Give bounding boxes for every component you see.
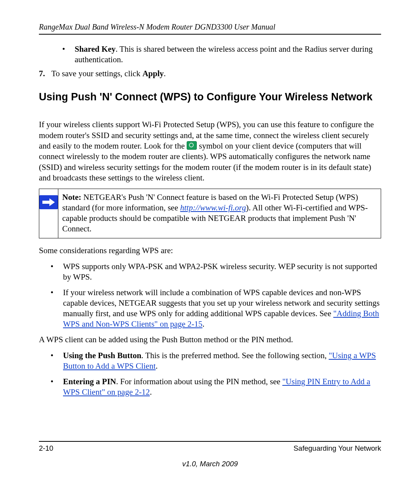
page: RangeMax Dual Band Wireless-N Modem Rout…	[0, 0, 420, 504]
running-header: RangeMax Dual Band Wireless-N Modem Rout…	[39, 23, 381, 32]
page-footer: 2-10 Safeguarding Your Network v1.0, Mar…	[39, 441, 381, 468]
method-push-label: Using the Push Button	[63, 351, 141, 360]
considerations-list: WPS supports only WPA-PSK and WPA2-PSK w…	[51, 261, 381, 330]
wifi-org-link[interactable]: http://www.wi-fi.org	[180, 203, 246, 212]
shared-key-item: Shared Key. This is shared between the w…	[62, 44, 381, 65]
section-heading: Using Push 'N' Connect (WPS) to Configur…	[39, 90, 381, 104]
consideration-2-post: .	[203, 319, 205, 329]
consideration-2-text: If your wireless network will include a …	[63, 288, 380, 318]
arrow-icon	[39, 195, 58, 209]
method-pin-text: . For information about using the PIN me…	[116, 377, 283, 386]
step-7: 7. To save your settings, click Apply.	[39, 68, 381, 79]
shared-key-label: Shared Key	[75, 44, 116, 54]
method-pin-label: Entering a PIN	[63, 377, 116, 386]
method-pin-post: .	[150, 387, 152, 397]
note-icon-cell	[39, 189, 58, 238]
step-list: 7. To save your settings, click Apply.	[39, 68, 381, 79]
considerations-intro: Some considerations regarding WPS are:	[39, 245, 381, 256]
bottom-rule	[39, 441, 381, 442]
step-7-pre: To save your settings, click	[51, 69, 142, 78]
methods-list: Using the Push Button. This is the prefe…	[51, 350, 381, 397]
consideration-2: If your wireless network will include a …	[51, 287, 381, 330]
shared-key-text: . This is shared between the wireless ac…	[75, 44, 373, 64]
method-push-post: .	[156, 361, 158, 371]
method-pin: Entering a PIN. For information about us…	[51, 376, 381, 398]
step-number: 7.	[39, 68, 45, 79]
footer-section: Safeguarding Your Network	[294, 444, 381, 453]
page-number: 2-10	[39, 444, 53, 453]
method-push: Using the Push Button. This is the prefe…	[51, 350, 381, 372]
apply-label: Apply	[142, 69, 164, 78]
consideration-1: WPS supports only WPA-PSK and WPA2-PSK w…	[51, 261, 381, 283]
shared-key-list: Shared Key. This is shared between the w…	[62, 44, 381, 65]
methods-intro: A WPS client can be added using the Push…	[39, 334, 381, 345]
intro-paragraph: If your wireless clients support Wi-Fi P…	[39, 119, 381, 183]
footer-version: v1.0, March 2009	[39, 460, 381, 468]
footer-row: 2-10 Safeguarding Your Network	[39, 444, 381, 453]
note-box: Note: NETGEAR's Push 'N' Connect feature…	[39, 189, 381, 238]
wps-icon	[187, 141, 197, 150]
note-label: Note:	[62, 192, 81, 202]
step-7-post: .	[164, 69, 166, 78]
method-push-text: . This is the preferred method. See the …	[141, 351, 329, 360]
note-text: Note: NETGEAR's Push 'N' Connect feature…	[58, 189, 381, 238]
top-rule	[39, 34, 381, 35]
